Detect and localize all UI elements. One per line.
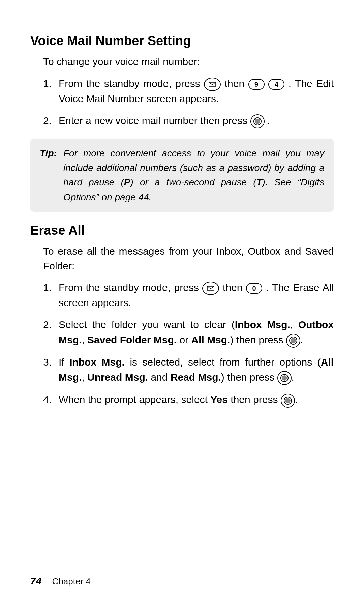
ok-key-icon [281, 394, 295, 408]
step-4: 4. When the prompt appears, select Yes t… [43, 392, 334, 407]
step-text: then press [228, 394, 281, 405]
step-number: 1. [43, 76, 52, 91]
key-4-icon: 4 [268, 79, 284, 90]
step-text: If [59, 356, 69, 368]
step-2: 2. Enter a new voice mail number then pr… [43, 113, 334, 128]
step-text: or [177, 334, 191, 345]
step-number: 4. [43, 392, 52, 407]
option-read: Read Msg. [171, 372, 221, 383]
mail-key-icon [204, 78, 221, 91]
step-3: 3. If Inbox Msg. is selected, select fro… [43, 354, 334, 385]
option-all: All Msg. [191, 334, 230, 345]
step-text: , [82, 372, 87, 383]
intro-erase-all: To erase all the messages from your Inbo… [43, 244, 334, 273]
page-number: 74 [30, 575, 41, 586]
step-text: Select the folder you want to clear ( [59, 319, 235, 330]
heading-erase-all: Erase All [30, 223, 334, 238]
step-text: then [223, 282, 246, 293]
step-number: 3. [43, 354, 52, 370]
step-text: . [267, 115, 270, 126]
tip-label: Tip: [40, 146, 63, 205]
option-saved: Saved Folder Msg. [87, 334, 177, 345]
step-number: 1. [43, 280, 52, 295]
key-0-icon: 0 [246, 283, 262, 294]
steps-erase-all: 1. From the standby mode, press then 0 .… [43, 280, 334, 407]
tip-box: Tip: For more convenient access to your … [30, 139, 334, 212]
option-unread: Unread Msg. [87, 372, 148, 383]
tip-p: P [124, 177, 130, 187]
page-content: Voice Mail Number Setting To change your… [0, 0, 364, 408]
option-inbox: Inbox Msg. [235, 319, 290, 330]
intro-voice-mail: To change your voice mail number: [43, 54, 334, 69]
ok-key-icon [286, 334, 300, 348]
step-text: Enter a new voice mail number then press [59, 115, 250, 126]
step-text: When the prompt appears, select [59, 394, 210, 405]
step-text: , [290, 319, 298, 330]
step-text: . [300, 334, 303, 345]
option-yes: Yes [210, 394, 228, 405]
mail-key-icon [202, 282, 219, 295]
step-1: 1. From the standby mode, press then 0 .… [43, 280, 334, 310]
step-text: . [295, 394, 298, 405]
step-text: then [225, 78, 248, 89]
step-text: is selected, select from further options… [125, 356, 321, 368]
step-2: 2. Select the folder you want to clear (… [43, 317, 334, 348]
step-text: and [148, 372, 171, 383]
step-number: 2. [43, 113, 52, 128]
step-text: ) then press [221, 372, 277, 383]
heading-voice-mail: Voice Mail Number Setting [30, 34, 334, 48]
step-1: 1. From the standby mode, press then 9 4… [43, 76, 334, 106]
option-inbox: Inbox Msg. [69, 356, 125, 368]
steps-voice-mail: 1. From the standby mode, press then 9 4… [43, 76, 334, 128]
step-text: ) then press [230, 334, 286, 345]
tip-t: T [256, 177, 262, 187]
step-text: , [82, 334, 87, 345]
tip-text: ) or a two-second pause ( [130, 177, 256, 187]
chapter-label: Chapter 4 [52, 576, 91, 586]
step-number: 2. [43, 317, 52, 332]
step-text: From the standby mode, press [59, 78, 204, 89]
key-9-icon: 9 [248, 79, 265, 90]
step-text: From the standby mode, press [59, 282, 202, 293]
step-text: . [292, 372, 294, 383]
ok-key-icon [250, 114, 265, 128]
tip-body: For more convenient access to your voice… [63, 146, 324, 205]
ok-key-icon [277, 371, 292, 385]
page-footer: 74 Chapter 4 [30, 572, 334, 587]
